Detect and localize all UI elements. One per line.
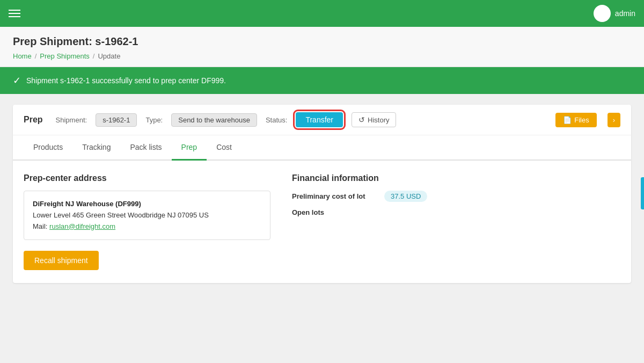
- tab-cost[interactable]: Cost: [207, 135, 241, 161]
- shipment-value: s-1962-1: [96, 113, 137, 127]
- history-button[interactable]: ↺ History: [352, 112, 396, 127]
- tab-content: Prep-center address DiFreight NJ Warehou…: [13, 161, 631, 283]
- extra-button[interactable]: ›: [608, 113, 620, 127]
- address-mail-label: Mail:: [33, 222, 47, 230]
- status-bar: Prep Shipment: s-1962-1 Type: Send to th…: [13, 105, 631, 135]
- tab-products[interactable]: Products: [24, 135, 72, 161]
- shipment-label: Shipment:: [56, 116, 87, 124]
- page-header: Prep Shipment: s-1962-1 Home / Prep Ship…: [0, 27, 644, 67]
- address-box: DiFreight NJ Warehouse (DF999) Lower Lev…: [24, 191, 270, 240]
- svg-point-1: [596, 16, 608, 21]
- address-section-title: Prep-center address: [24, 173, 270, 183]
- transfer-button[interactable]: Transfer: [296, 112, 343, 127]
- files-icon: 📄: [563, 116, 572, 124]
- breadcrumb-sep-1: /: [35, 52, 37, 60]
- main-content: Prep Shipment: s-1962-1 Type: Send to th…: [0, 94, 644, 294]
- tab-prep[interactable]: Prep: [172, 135, 207, 161]
- menu-icon[interactable]: [9, 10, 20, 17]
- sidebar-strip: [641, 177, 644, 209]
- breadcrumb-prep-shipments[interactable]: Prep Shipments: [40, 52, 90, 60]
- prep-card: Prep Shipment: s-1962-1 Type: Send to th…: [13, 105, 631, 283]
- tabs-bar: Products Tracking Pack lists Prep Cost: [13, 135, 631, 161]
- breadcrumb: Home / Prep Shipments / Update: [13, 52, 631, 67]
- address-name: DiFreight NJ Warehouse (DF999): [33, 200, 141, 208]
- type-value: Send to the warehouse: [171, 113, 257, 127]
- history-icon: ↺: [358, 115, 365, 124]
- files-label: Files: [574, 116, 589, 124]
- left-column: Prep-center address DiFreight NJ Warehou…: [24, 173, 270, 270]
- two-column-layout: Prep-center address DiFreight NJ Warehou…: [24, 173, 620, 270]
- fin-label-1: Open lots: [292, 208, 324, 216]
- tab-tracking[interactable]: Tracking: [72, 135, 120, 161]
- banner-message: Shipment s-1962-1 successfully send to p…: [26, 76, 226, 85]
- fin-label-0: Preliminary cost of lot: [292, 192, 378, 200]
- breadcrumb-sep-2: /: [93, 52, 95, 60]
- address-line: Lower Level 465 Green Street Woodbridge …: [33, 210, 261, 221]
- history-label: History: [368, 116, 389, 124]
- recall-button[interactable]: Recall shipment: [24, 251, 99, 270]
- svg-point-0: [599, 8, 605, 14]
- type-label: Type:: [145, 116, 163, 124]
- user-menu[interactable]: admin: [594, 5, 635, 22]
- page-title: Prep Shipment: s-1962-1: [13, 35, 631, 48]
- status-label: Status:: [266, 116, 287, 124]
- avatar: [594, 5, 611, 22]
- admin-label: admin: [615, 9, 635, 18]
- address-mail-row: Mail: ruslan@difreight.com: [33, 221, 261, 233]
- financial-title: Financial information: [292, 173, 620, 183]
- top-navbar: admin: [0, 0, 644, 27]
- section-title: Prep: [24, 115, 43, 125]
- financial-row-0: Preliminary cost of lot 37.5 USD: [292, 191, 620, 202]
- tab-pack-lists[interactable]: Pack lists: [120, 135, 171, 161]
- breadcrumb-current: Update: [98, 52, 120, 60]
- files-button[interactable]: 📄 Files: [555, 113, 596, 127]
- success-banner: ✓ Shipment s-1962-1 successfully send to…: [0, 67, 644, 94]
- financial-row-1: Open lots: [292, 208, 620, 216]
- address-mail-link[interactable]: ruslan@difreight.com: [49, 222, 115, 230]
- fin-value-0: 37.5 USD: [384, 191, 427, 202]
- check-icon: ✓: [13, 75, 21, 86]
- right-column: Financial information Preliminary cost o…: [292, 173, 620, 270]
- breadcrumb-home[interactable]: Home: [13, 52, 32, 60]
